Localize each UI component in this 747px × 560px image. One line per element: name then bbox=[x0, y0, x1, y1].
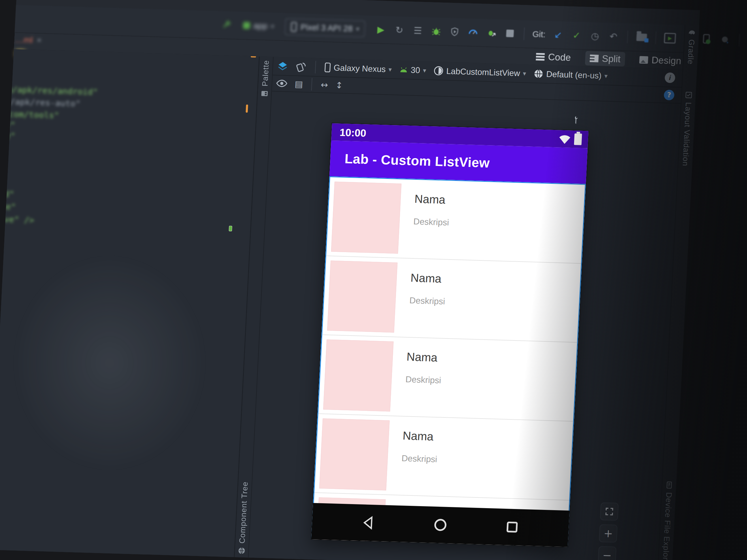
editor-tab[interactable]: …ml × bbox=[15, 35, 42, 46]
palette-tab[interactable]: Palette bbox=[258, 60, 273, 97]
zoom-controls: + − bbox=[598, 502, 619, 560]
device-file-explorer-icon bbox=[665, 481, 673, 489]
orientation-button[interactable] bbox=[295, 61, 307, 72]
image-placeholder bbox=[323, 339, 393, 411]
tab-code-label: Code bbox=[548, 52, 571, 63]
zoom-out-button[interactable]: − bbox=[598, 546, 616, 560]
component-tree-label: Component Tree bbox=[237, 481, 250, 543]
code-editor-lines: droid.com/apk/res/android".com/apk/res-a… bbox=[0, 49, 259, 557]
locale-name: Default (en-us) bbox=[546, 69, 602, 80]
list-item[interactable]: Nama Deskripsi bbox=[318, 335, 577, 421]
layout-validation-icon bbox=[685, 91, 693, 99]
device-manager-icon[interactable] bbox=[701, 33, 713, 45]
chevron-down-icon: ▾ bbox=[423, 67, 426, 74]
device-dropdown[interactable]: Pixel 3 API 28 ▾ bbox=[285, 19, 366, 37]
image-placeholder bbox=[327, 260, 397, 332]
run-configuration-dropdown[interactable]: app ▾ bbox=[237, 18, 280, 34]
recents-button-icon[interactable] bbox=[504, 519, 520, 535]
toolbar-separator bbox=[655, 31, 656, 44]
image-placeholder bbox=[319, 418, 390, 490]
toolbar-separator bbox=[524, 27, 525, 40]
image-placeholder bbox=[331, 182, 402, 254]
render-settings-wrench-icon[interactable] bbox=[570, 115, 581, 125]
wrench-icon[interactable] bbox=[221, 19, 233, 31]
chevron-down-icon: ▾ bbox=[356, 25, 359, 32]
list-item[interactable]: Nama Deskripsi bbox=[322, 256, 581, 342]
git-history-icon[interactable]: ◷ bbox=[589, 30, 601, 42]
item-title: Nama bbox=[402, 429, 434, 443]
layout-variants-icon[interactable]: ▤ bbox=[294, 79, 303, 89]
list-item[interactable]: Nama Deskripsi bbox=[314, 414, 573, 500]
project-structure-icon[interactable] bbox=[636, 31, 648, 43]
item-title: Nama bbox=[414, 192, 445, 206]
tab-split[interactable]: Split bbox=[585, 51, 626, 66]
help-icon[interactable]: ? bbox=[664, 89, 675, 100]
toolbar-separator bbox=[627, 30, 628, 43]
close-icon[interactable]: × bbox=[36, 36, 42, 45]
git-update-icon[interactable]: ↙ bbox=[552, 29, 564, 41]
profile-debug-icon[interactable] bbox=[486, 27, 498, 38]
orientation-horizontal-icon[interactable]: ↔ bbox=[320, 80, 328, 90]
git-commit-icon[interactable]: ✓ bbox=[571, 29, 583, 41]
theme-icon bbox=[434, 66, 444, 76]
view-options-icon[interactable] bbox=[276, 79, 288, 88]
list-view[interactable]: Nama Deskripsi Nama Deskripsi Nama Deskr… bbox=[311, 176, 586, 547]
phone-icon bbox=[324, 62, 331, 73]
navigation-bar bbox=[311, 503, 569, 547]
home-button-icon[interactable] bbox=[433, 517, 448, 533]
theme-dropdown[interactable]: LabCustomListView ▾ bbox=[434, 66, 526, 78]
code-line: ve" /> bbox=[0, 211, 34, 225]
toolbar-separator bbox=[315, 61, 316, 74]
gradle-tab[interactable]: Gradle bbox=[683, 29, 699, 64]
debug-button[interactable] bbox=[430, 25, 442, 37]
profiler-icon[interactable] bbox=[467, 26, 479, 38]
android-icon bbox=[399, 66, 408, 74]
component-tree-icon bbox=[238, 547, 246, 555]
back-button-icon[interactable] bbox=[361, 515, 377, 531]
git-label: Git: bbox=[532, 29, 546, 39]
tab-design-label: Design bbox=[651, 55, 681, 66]
tab-design[interactable]: Design bbox=[635, 52, 686, 68]
phone-preview[interactable]: 10:00 Lab - Custom ListView Nama Deskrip… bbox=[311, 123, 589, 547]
globe-icon bbox=[534, 69, 544, 79]
item-title: Nama bbox=[406, 350, 438, 364]
item-subtitle: Deskripsi bbox=[402, 453, 437, 464]
item-subtitle: Deskripsi bbox=[413, 217, 449, 228]
chevron-down-icon: ▾ bbox=[523, 70, 526, 77]
run-list-icon[interactable]: ☰ bbox=[412, 25, 424, 36]
phone-icon bbox=[290, 22, 298, 32]
gradle-icon bbox=[688, 29, 696, 36]
android-studio-window: app ▾ Pixel 3 API 28 ▾ ▶ ↻ ☰ bbox=[0, 0, 700, 560]
zoom-to-fit-button[interactable] bbox=[600, 502, 619, 521]
code-line: ve" bbox=[0, 198, 16, 212]
locale-dropdown[interactable]: Default (en-us) ▾ bbox=[534, 69, 608, 81]
orientation-vertical-icon[interactable]: ↕ bbox=[335, 80, 343, 90]
zoom-in-button[interactable]: + bbox=[599, 524, 618, 543]
stop-button[interactable] bbox=[504, 27, 516, 39]
tab-code[interactable]: Code bbox=[531, 49, 576, 65]
info-icon[interactable]: i bbox=[665, 72, 675, 83]
code-line: d" bbox=[0, 185, 15, 199]
api-version-dropdown[interactable]: 30 ▾ bbox=[399, 65, 426, 75]
layout-validation-tab[interactable]: Layout Validation bbox=[678, 91, 696, 166]
code-editor[interactable]: droid.com/apk/res/android".com/apk/res-a… bbox=[0, 49, 259, 557]
scrollbar-warning-mark[interactable] bbox=[246, 105, 248, 113]
photo-frame: app ▾ Pixel 3 API 28 ▾ ▶ ↻ ☰ bbox=[0, 0, 747, 560]
sdk-manager-icon[interactable] bbox=[719, 34, 731, 46]
item-subtitle: Deskripsi bbox=[409, 296, 445, 306]
coverage-icon[interactable] bbox=[449, 26, 461, 38]
run-button[interactable]: ▶ bbox=[375, 24, 387, 35]
device-for-preview-dropdown[interactable]: Galaxy Nexus ▾ bbox=[324, 62, 392, 74]
git-rollback-icon[interactable]: ↶ bbox=[608, 30, 620, 42]
design-surface[interactable]: 10:00 Lab - Custom ListView Nama Deskrip… bbox=[249, 91, 681, 560]
design-surface-button[interactable] bbox=[277, 60, 288, 72]
code-line: droid.com/apk/res/android" bbox=[0, 81, 98, 97]
list-item[interactable]: Nama Deskripsi bbox=[326, 177, 585, 263]
run-config-label: app bbox=[253, 21, 268, 31]
tab-split-label: Split bbox=[602, 53, 621, 65]
logcat-icon[interactable]: ▶ bbox=[664, 32, 676, 44]
restart-activity-icon[interactable]: ↻ bbox=[393, 24, 406, 36]
layout-validation-label: Layout Validation bbox=[681, 102, 693, 166]
item-subtitle: Deskripsi bbox=[405, 374, 441, 385]
toolbar-separator bbox=[739, 34, 740, 47]
